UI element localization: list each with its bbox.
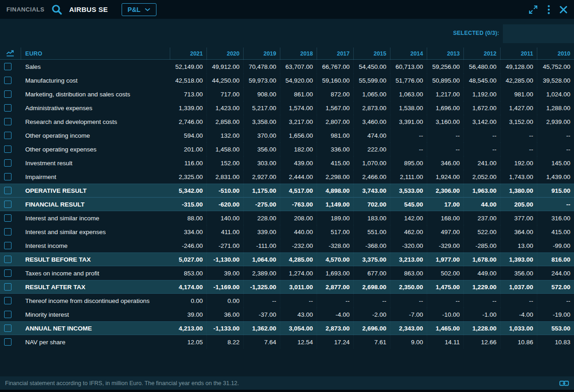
year-column-header[interactable]: 2011 [501,48,537,59]
row-checkbox[interactable] [4,159,11,167]
cell-value: 51,776.00 [390,73,427,87]
row-label: Interest income [21,242,170,249]
app-title: FINANCIALS [6,6,45,13]
cell-value: -- [537,129,574,142]
row-checkbox[interactable] [4,173,11,180]
row-checkbox[interactable] [4,242,11,249]
currency-column-header: EURO [21,48,170,59]
row-checkbox[interactable] [4,118,11,125]
search-icon[interactable] [51,4,63,16]
cell-value: 1,924.00 [427,170,464,184]
cell-value: 1,149.00 [317,198,354,211]
table-row: FINANCIAL RESULT-315.00-620.00-275.00-76… [0,197,574,211]
row-checkbox[interactable] [4,338,11,346]
cell-value: 7.61 [354,335,390,349]
year-column-header[interactable]: 2010 [537,48,574,59]
row-checkbox-cell [0,335,21,349]
cell-value: -4.00 [317,308,354,321]
year-column-header[interactable]: 2018 [280,48,317,59]
cell-value: 8.22 [207,335,244,349]
table-row: Investment result116.00152.00303.00439.0… [0,156,574,170]
cell-value: 1,678.00 [464,253,501,266]
cell-value: 415.00 [537,225,574,239]
statement-type-dropdown[interactable]: P&L [122,3,156,16]
cell-value: 44.00 [464,198,501,211]
row-checkbox[interactable] [4,283,11,291]
cell-value: 192.00 [501,156,537,170]
row-checkbox[interactable] [4,311,11,318]
cell-value: 3,391.00 [390,115,427,129]
row-checkbox-cell [0,101,21,115]
row-checkbox[interactable] [4,297,11,304]
row-checkbox[interactable] [4,256,11,263]
row-checkbox[interactable] [4,201,11,208]
cell-value: 1,064.00 [244,253,280,266]
row-checkbox[interactable] [4,146,11,153]
row-label: Taxes on income and profit [21,270,170,277]
cell-value: 3,460.00 [354,115,390,129]
selected-counter-label: SELECTED (0/3): [453,30,499,36]
cell-value: 1,380.00 [501,184,537,197]
cell-value: -- [537,142,574,156]
year-column-header[interactable]: 2020 [207,48,244,59]
cell-value: 517.00 [317,225,354,239]
year-column-header[interactable]: 2012 [464,48,501,59]
year-column-header[interactable]: 2014 [390,48,427,59]
year-column-header[interactable]: 2017 [317,48,354,59]
cell-value: 497.00 [427,225,464,239]
row-checkbox-cell [0,184,21,197]
cell-value: -- [244,294,280,308]
cell-value: 4,570.00 [317,253,354,266]
cell-value: 10.86 [501,335,537,349]
table-header-row: EURO 20212020201920182017201520142013201… [0,48,574,60]
table-row: Administrative expenses1,339.001,423.005… [0,101,574,115]
cell-value: -1,133.00 [207,322,244,335]
cell-value: 145.00 [537,156,574,170]
cell-value: 1,228.00 [464,322,501,335]
row-checkbox[interactable] [4,269,11,277]
year-column-header[interactable]: 2019 [244,48,280,59]
row-checkbox[interactable] [4,325,11,332]
cell-value: 1,339.00 [170,101,207,115]
link-icon[interactable] [559,381,569,386]
selected-items-dropzone[interactable] [503,24,574,43]
cell-value: 2,831.00 [207,170,244,184]
cell-value: 1,362.00 [244,322,280,335]
close-icon[interactable] [559,6,568,14]
cell-value: 1,458.00 [207,142,244,156]
cell-value: 10.83 [537,335,574,349]
cell-value: 4,213.00 [170,322,207,335]
cell-value: 55,599.00 [354,73,390,87]
row-checkbox[interactable] [4,228,11,235]
row-checkbox-cell [0,170,21,184]
cell-value: 377.00 [501,211,537,225]
row-checkbox[interactable] [4,187,11,194]
cell-value: 9.00 [390,335,427,349]
row-checkbox[interactable] [4,214,11,222]
row-label: ANNUAL NET INCOME [21,325,170,332]
cell-value: -- [390,294,427,308]
cell-value: 1,475.00 [427,280,464,293]
row-checkbox[interactable] [4,104,11,112]
expand-icon[interactable] [528,5,538,15]
cell-value: 2,444.00 [280,170,317,184]
row-checkbox[interactable] [4,90,11,98]
cell-value: 462.00 [390,225,427,239]
cell-value: 5,342.00 [170,184,207,197]
row-checkbox[interactable] [4,132,11,139]
row-label: Thereof income from discontinued operati… [21,297,170,304]
kebab-menu-icon[interactable] [547,5,550,15]
cell-value: 702.00 [354,198,390,211]
cell-value: 364.00 [501,225,537,239]
cell-value: 88.00 [170,211,207,225]
cell-value: -320.00 [390,239,427,252]
year-column-header[interactable]: 2021 [170,48,207,59]
row-checkbox[interactable] [4,63,11,70]
table-row: Interest and similar expenses334.00411.0… [0,225,574,239]
table-row: Other operating expenses201.001,458.0035… [0,142,574,156]
cell-value: 339.00 [244,225,280,239]
cell-value: 1,274.00 [280,266,317,280]
year-column-header[interactable]: 2013 [427,48,464,59]
year-column-header[interactable]: 2015 [354,48,390,59]
row-checkbox[interactable] [4,77,11,84]
